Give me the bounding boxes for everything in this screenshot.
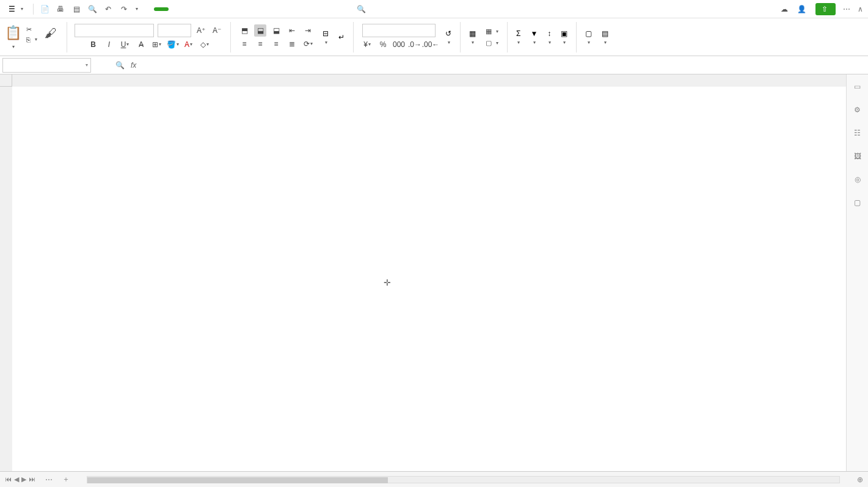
align-left-icon[interactable]: ≡	[238, 38, 250, 50]
formula-input[interactable]	[142, 58, 850, 73]
name-box[interactable]: ▾	[2, 58, 91, 73]
collapse-icon[interactable]: ∧	[858, 5, 863, 13]
more-icon[interactable]: ⋯	[843, 5, 850, 13]
nav-prev-icon[interactable]: ◀	[14, 475, 19, 483]
quick-access: 📄 🖶 ▤ 🔍 ↶ ↷ ▾	[40, 4, 138, 14]
save-icon[interactable]: 📄	[40, 4, 49, 14]
underline-button[interactable]: U▾	[119, 38, 131, 51]
bold-button[interactable]: B	[87, 38, 100, 51]
file-menu[interactable]: ☰ ▾	[5, 4, 27, 15]
paste-icon[interactable]: 📋	[5, 25, 21, 41]
sheet-more-icon[interactable]: ⋯	[40, 475, 57, 484]
align-justify-icon[interactable]: ≣	[286, 38, 298, 50]
fx-icon[interactable]: fx	[131, 61, 136, 70]
align-right-icon[interactable]: ≡	[270, 38, 282, 50]
align-middle-icon[interactable]: ⬓	[254, 24, 266, 37]
preview-icon[interactable]: ▤	[71, 4, 81, 14]
separator	[507, 22, 508, 52]
add-sheet-icon[interactable]: ＋	[57, 474, 75, 485]
cut-button[interactable]: ✂	[25, 25, 38, 34]
cloud-status[interactable]: ☁	[781, 5, 790, 13]
italic-button[interactable]: I	[103, 38, 115, 51]
horizontal-scrollbar[interactable]	[87, 476, 840, 483]
font-size-select[interactable]	[158, 24, 191, 37]
tab-dev[interactable]	[304, 7, 314, 12]
sort-icon: ↕	[547, 29, 551, 38]
fill-icon: ▣	[561, 29, 567, 38]
clear-format-button[interactable]: ◇▾	[199, 38, 211, 51]
percent-icon[interactable]: %	[377, 38, 389, 51]
tab-layout[interactable]	[200, 7, 210, 12]
currency-icon[interactable]: ¥▾	[361, 38, 373, 51]
side-select-icon[interactable]: ▭	[852, 81, 864, 93]
copy-button[interactable]: ⎘▾	[25, 35, 38, 44]
undo-icon[interactable]: ↶	[103, 4, 113, 14]
number-group: ¥▾ % 000 .0→ .00←	[359, 24, 439, 51]
type-convert[interactable]: ↺ ▾	[442, 28, 455, 46]
orientation-icon[interactable]: ⟳▾	[302, 38, 314, 50]
indent-dec-icon[interactable]: ⇤	[286, 24, 298, 37]
inc-decimal-icon[interactable]: .0→	[409, 38, 421, 51]
select-all-corner[interactable]	[0, 74, 12, 87]
decrease-font-icon[interactable]: A⁻	[211, 24, 223, 37]
side-settings-icon[interactable]: ⚙	[852, 104, 864, 116]
tab-review[interactable]	[263, 7, 272, 12]
qa-dropdown[interactable]: ▾	[136, 6, 138, 12]
nav-first-icon[interactable]: ⏮	[5, 475, 12, 483]
cells-area[interactable]: ✛	[12, 87, 846, 471]
nav-next-icon[interactable]: ▶	[21, 475, 26, 483]
sum-button[interactable]: Σ ▾	[512, 28, 524, 46]
right-tools: ☁ 👤 ⇧ ⋯ ∧	[781, 3, 863, 15]
wrap-text[interactable]: ↵	[335, 32, 348, 43]
cell-style-icon: ▢	[486, 39, 492, 47]
nav-last-icon[interactable]: ⏭	[29, 475, 35, 483]
number-format-select[interactable]	[362, 24, 436, 37]
side-ring-icon[interactable]: ◎	[852, 173, 864, 186]
cell-icon: ▢	[585, 29, 592, 38]
fill-color-button[interactable]: 🪣▾	[167, 38, 179, 51]
rowcol-button[interactable]: ▤ ▾	[598, 28, 612, 46]
filter-button[interactable]: ▼ ▾	[527, 28, 541, 46]
align-top-icon[interactable]: ⬒	[238, 24, 250, 37]
clipboard-group: 📋 ▾ ✂ ⎘▾ 🖌	[2, 25, 62, 49]
font-name-select[interactable]	[75, 24, 154, 37]
share-button[interactable]: ⇧	[815, 3, 836, 15]
merge-cells[interactable]: ⊟ ▾	[319, 28, 332, 46]
tab-insert[interactable]	[180, 7, 189, 12]
format-painter[interactable]: 🖌	[42, 25, 59, 49]
adjust-icon[interactable]: ⊕	[852, 475, 868, 484]
table-icon: ▦	[486, 27, 492, 35]
hamburger-icon: ☰	[9, 5, 15, 13]
cell-style[interactable]: ▢▾	[484, 38, 500, 48]
align-center-icon[interactable]: ≡	[254, 38, 266, 50]
tab-data[interactable]	[242, 7, 252, 12]
fill-button[interactable]: ▣ ▾	[557, 28, 571, 46]
redo-icon[interactable]: ↷	[119, 4, 129, 14]
collab-button[interactable]: 👤	[797, 5, 808, 13]
table-style[interactable]: ▦▾	[484, 27, 500, 36]
indent-inc-icon[interactable]: ⇥	[302, 24, 314, 37]
tab-vip[interactable]	[325, 7, 335, 12]
print-icon[interactable]: 🖶	[56, 4, 65, 14]
increase-font-icon[interactable]: A⁺	[195, 24, 207, 37]
separator	[576, 22, 577, 52]
command-search[interactable]: 🔍	[357, 5, 368, 13]
search-fx-icon[interactable]: 🔍	[115, 61, 125, 70]
comma-icon[interactable]: 000	[393, 38, 405, 51]
tab-start[interactable]	[154, 7, 169, 11]
conditional-format[interactable]: ▦ ▾	[465, 28, 480, 46]
side-pic-icon[interactable]: 🖼	[852, 150, 864, 162]
tab-formula[interactable]	[221, 7, 231, 12]
side-doc-icon[interactable]: ▢	[852, 197, 864, 209]
sheet-bar: ⏮ ◀ ▶ ⏭ ⋯ ＋ ⊕	[0, 471, 868, 487]
tab-view[interactable]	[283, 7, 293, 12]
strikethrough-button[interactable]: A̶	[135, 38, 147, 51]
cell-button[interactable]: ▢ ▾	[582, 28, 596, 46]
border-button[interactable]: ⊞▾	[151, 38, 163, 51]
dec-decimal-icon[interactable]: .00←	[425, 38, 437, 51]
sort-button[interactable]: ↕ ▾	[544, 28, 555, 46]
side-style-icon[interactable]: ☷	[852, 127, 864, 139]
align-bottom-icon[interactable]: ⬓	[270, 24, 282, 37]
font-color-button[interactable]: A▾	[183, 38, 195, 51]
preview2-icon[interactable]: 🔍	[87, 4, 97, 14]
